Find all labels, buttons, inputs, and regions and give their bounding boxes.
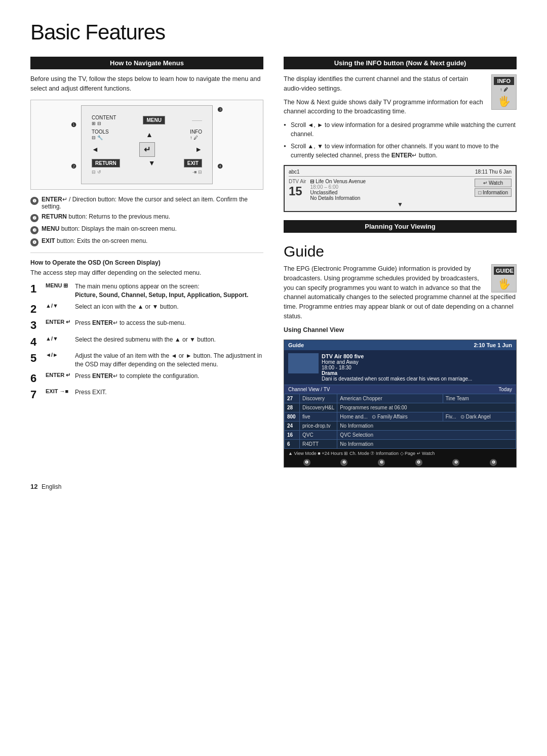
info-button-header: Using the INFO button (Now & Next guide) xyxy=(284,57,517,69)
remote-diagram: CONTENT⊞ ⊟ MENU —— TOOLS⊟ 🔧 ▲ INFO↑ 🖊 ◄ … xyxy=(30,100,263,190)
footer-num-2: ❷ xyxy=(340,459,347,466)
guide-prog-genre: Drama xyxy=(322,370,472,376)
guide-ch-row-3: 800 five Home and... ⊙ Family Affairs Fi… xyxy=(285,412,516,421)
ch-num-3: 800 xyxy=(285,412,300,421)
step-5: 5 ◄/► Adjust the value of an item with t… xyxy=(30,352,263,369)
channel-view-heading: Using Channel View xyxy=(284,326,517,333)
guide-preview-info: DTV Air 800 five Home and Away 18:00 - 1… xyxy=(322,353,472,382)
guide-title: Guide xyxy=(284,243,517,260)
guide-screen-date: 2:10 Tue 1 Jun xyxy=(474,342,512,348)
step-desc-1: The main menu options appear on the scre… xyxy=(75,282,263,300)
info-source: DTV Air xyxy=(289,179,306,184)
step-num-6: 6 xyxy=(30,372,42,385)
left-column: How to Navigate Menus Before using the T… xyxy=(30,57,263,468)
step-icon-5: ◄/► xyxy=(46,352,71,358)
step-6: 6 ENTER ↵ Press ENTER↵ to complete the c… xyxy=(30,372,263,385)
guide-prog-time: 18:00 - 18:30 xyxy=(322,365,472,370)
planning-header: Planning Your Viewing xyxy=(284,220,517,233)
step-desc-7: Press EXIT. xyxy=(75,388,263,397)
footer-num-1: ❶ xyxy=(303,459,310,466)
info-bullet-1: Scroll ◄, ► to view information for a de… xyxy=(284,120,517,139)
info-programme: ⊟ Life On Venus Avenue xyxy=(310,179,366,184)
guide-ch-row-1: 27 Discovery American Chopper Tine Team xyxy=(285,394,516,403)
info-watch-btn[interactable]: ↵ Watch xyxy=(475,179,512,187)
ch-num-1: 27 xyxy=(285,394,300,403)
ch-num-4: 24 xyxy=(285,421,300,430)
guide-remote-icon: GUIDE 🖐 xyxy=(491,264,517,292)
instr-circle-3: ❸ xyxy=(30,226,38,234)
ch-name-3: five xyxy=(300,412,337,421)
info-label: Information xyxy=(483,190,508,195)
osd-heading: How to Operate the OSD (On Screen Displa… xyxy=(30,259,263,266)
guide-preview-thumbnail xyxy=(288,353,319,373)
info-display-header: abc1 18:11 Thu 6 Jan xyxy=(289,169,512,177)
ch-prog-6a: No Information xyxy=(337,439,516,448)
ch-prog-3b: Fiv... ⊙ Dark Angel xyxy=(443,412,516,421)
step-desc-3: Press ENTER↵ to access the sub-menu. xyxy=(75,319,263,327)
guide-prog-desc: Dani is devastated when scott makes clea… xyxy=(322,376,472,382)
ch-name-4: price-drop.tv xyxy=(300,421,337,430)
step-num-3: 3 xyxy=(30,319,42,332)
guide-footer: ▲ View Mode ■ +24 Hours ⊞ Ch. Mode ⑦ Inf… xyxy=(284,449,516,458)
step-icon-6: ENTER ↵ xyxy=(46,372,71,379)
ch-name-1: Discovery xyxy=(300,394,337,403)
step-icon-1: MENU ⊞ xyxy=(46,282,71,289)
info-channel-name: abc1 xyxy=(289,169,300,175)
info-action-buttons: ↵ Watch □ Information xyxy=(475,179,512,201)
instructions-list: ❶ ENTER↵ / Direction button: Move the cu… xyxy=(30,196,263,246)
ch-name-5: QVC xyxy=(300,430,337,439)
page-number: 12 English xyxy=(30,483,517,490)
info-intro-1: The display identifies the current chann… xyxy=(284,74,517,94)
info-scroll-arrow: ▼ xyxy=(289,201,512,208)
footer-num-6: ❻ xyxy=(490,459,497,466)
instr-text-4: EXIT button: Exits the on-screen menu. xyxy=(42,237,147,244)
info-time-range: 18:00 – 6:00 xyxy=(310,184,366,190)
instr-circle-2: ❷ xyxy=(30,214,38,222)
info-bullets: Scroll ◄, ► to view information for a de… xyxy=(284,120,517,160)
ch-prog-2a: Programmes resume at 06:00 xyxy=(337,403,516,412)
guide-prog-title: DTV Air 800 five xyxy=(322,353,472,359)
ch-num-6: 6 xyxy=(285,439,300,448)
navigate-intro: Before using the TV, follow the steps be… xyxy=(30,74,263,94)
guide-channel-table: 27 Discovery American Chopper Tine Team … xyxy=(284,394,516,449)
instr-text-2: RETURN button: Returns to the previous m… xyxy=(42,213,170,220)
info-remote-icon: INFO ↑ 🖊 🖐 xyxy=(491,74,517,110)
guide-ch-row-5: 16 QVC QVC Selection xyxy=(285,430,516,439)
guide-button-label: GUIDE xyxy=(494,267,514,275)
info-prog-name: Life On Venus Avenue xyxy=(316,179,366,184)
info-icon: □ xyxy=(478,190,481,195)
guide-preview: DTV Air 800 five Home and Away 18:00 - 1… xyxy=(284,350,516,385)
instr-circle-4: ❹ xyxy=(30,238,38,246)
step-list: 1 MENU ⊞ The main menu options appear on… xyxy=(30,282,263,401)
instr-text-3: MENU button: Displays the main on-screen… xyxy=(42,225,177,232)
guide-ch-row-6: 6 R4DTT No Information xyxy=(285,439,516,448)
ch-prog-1b: Tine Team xyxy=(443,394,516,403)
info-info-btn[interactable]: □ Information xyxy=(475,188,512,197)
ch-prog-1a: American Chopper xyxy=(337,394,443,403)
instr-circle-1: ❶ xyxy=(30,197,38,205)
step-7: 7 EXIT →■ Press EXIT. xyxy=(30,388,263,401)
guide-screen-header: Guide 2:10 Tue 1 Jun xyxy=(284,340,516,350)
step-icon-3: ENTER ↵ xyxy=(46,319,71,325)
page-title: Basic Features xyxy=(30,20,517,45)
step-desc-6: Press ENTER↵ to complete the configurati… xyxy=(75,372,263,381)
guide-footer-text: ▲ View Mode ■ +24 Hours ⊞ Ch. Mode ⑦ Inf… xyxy=(288,451,435,456)
info-display: abc1 18:11 Thu 6 Jan DTV Air 15 ⊟ Life O… xyxy=(284,165,517,212)
navigate-menus-header: How to Navigate Menus xyxy=(30,57,263,69)
guide-footer-nums: ❶ ❷ ❸ ❹ ❺ ❻ xyxy=(284,458,516,467)
step-num-1: 1 xyxy=(30,282,42,296)
instr-item-1: ❶ ENTER↵ / Direction button: Move the cu… xyxy=(30,196,263,210)
step-4: 4 ▲/▼ Select the desired submenu with th… xyxy=(30,335,263,349)
step-1: 1 MENU ⊞ The main menu options appear on… xyxy=(30,282,263,300)
step-icon-2: ▲/▼ xyxy=(46,303,71,309)
info-no-details: No Details Information xyxy=(310,195,366,201)
guide-prog-subtitle: Home and Away xyxy=(322,359,472,365)
info-time: 18:11 Thu 6 Jan xyxy=(475,169,512,175)
ch-name-2: DiscoveryH&L xyxy=(300,403,337,412)
guide-channel-view-label: Channel View / TV Today xyxy=(284,385,516,394)
step-icon-7: EXIT →■ xyxy=(46,388,71,394)
info-ch-num: 15 xyxy=(289,184,306,198)
watch-label: Watch xyxy=(489,180,503,186)
guide-screen: Guide 2:10 Tue 1 Jun DTV Air 800 five Ho… xyxy=(284,340,517,468)
step-icon-4: ▲/▼ xyxy=(46,335,71,342)
